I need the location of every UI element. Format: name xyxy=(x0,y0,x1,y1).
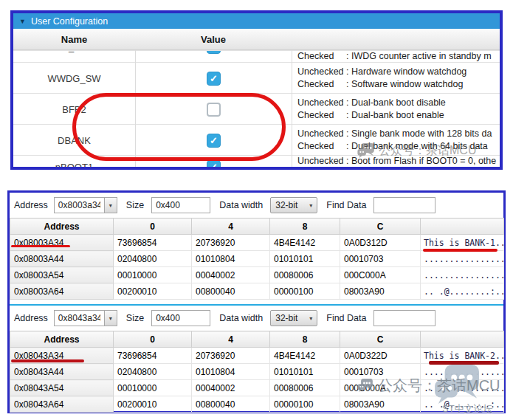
data-width-label: Data width xyxy=(219,200,263,210)
mem-cell: 02040800 xyxy=(114,364,192,380)
check-icon: ✓ xyxy=(210,135,218,146)
option-state: Checked xyxy=(297,109,346,122)
ascii-cell: .. .@........:.. xyxy=(421,283,504,300)
mem-cell: 000C000A xyxy=(340,380,421,396)
mem-cell: 00000100 xyxy=(270,396,340,413)
col-header-4: 4 xyxy=(192,218,270,235)
mem-cell: 01010101 xyxy=(270,251,340,267)
memory-row: 0x08003A64 00200010 00800040 00000100 08… xyxy=(10,283,504,300)
user-configuration-header[interactable]: ▼ User Configuration xyxy=(13,13,500,29)
collapse-icon[interactable]: ▼ xyxy=(19,18,26,25)
col-header-0: 0 xyxy=(114,331,192,348)
option-checkbox-iwdg-stdby[interactable]: ✓ xyxy=(207,51,221,54)
mem-cell: 00800040 xyxy=(192,283,270,300)
column-divider xyxy=(135,50,136,167)
mem-cell: 00200010 xyxy=(114,283,192,300)
col-header-c: C xyxy=(340,331,421,348)
dropdown-arrow-icon: ▾ xyxy=(109,315,112,322)
combo-dropdown-button[interactable]: ▾ xyxy=(104,197,117,213)
mem-cell: 00040002 xyxy=(192,380,270,396)
data-width-select[interactable]: 32-bit ▾ xyxy=(270,310,317,326)
col-header-ascii xyxy=(421,218,504,235)
find-data-label: Find Data xyxy=(326,313,366,323)
colon: : xyxy=(346,128,351,139)
mem-cell: 73696854 xyxy=(114,348,192,364)
config-table-header: Name Value xyxy=(13,29,500,50)
memory-table-header-row: Address 0 4 8 C xyxy=(10,331,504,348)
dropdown-arrow-icon: ▾ xyxy=(309,315,312,322)
mem-cell: 00010703 xyxy=(340,251,421,267)
option-checkbox-nboot1[interactable]: ✓ xyxy=(207,160,221,168)
ascii-cell: ................ xyxy=(421,380,504,396)
mem-cell: 00080006 xyxy=(270,267,340,283)
mem-cell: 02040800 xyxy=(114,251,192,267)
data-width-label: Data width xyxy=(219,313,263,323)
memory-row: 0x08043A34 73696854 20736920 4B4E4142 0A… xyxy=(10,348,504,364)
memory-viewer-panel: Address ▾ Size Data width 32-bit ▾ Find … xyxy=(7,190,506,413)
option-text: IWDG counter active in standby m xyxy=(351,51,492,61)
col-header-ascii xyxy=(421,331,504,348)
row-address: 0x08003A54 xyxy=(10,267,114,283)
user-configuration-panel: ▼ User Configuration Name Value IWDG_STD… xyxy=(10,10,503,170)
address-combo[interactable]: ▾ xyxy=(54,197,117,213)
colon: : xyxy=(346,66,351,77)
option-checkbox-bfb2[interactable]: ✓ xyxy=(207,103,221,117)
option-state: Unchecked xyxy=(297,66,346,78)
combo-dropdown-button[interactable]: ▾ xyxy=(104,310,117,326)
colon: : xyxy=(346,156,351,166)
row-address: 0x08003A34 xyxy=(10,235,114,251)
address-combo-input[interactable] xyxy=(54,197,104,213)
ascii-cell: ................ xyxy=(421,364,504,380)
size-input[interactable] xyxy=(151,197,210,213)
memory-table-bank1: Address 0 4 8 C 0x08003A34 73696854 2073… xyxy=(10,218,504,300)
option-text: Single bank mode with 128 bits da xyxy=(351,128,492,139)
data-width-value: 32-bit xyxy=(275,200,297,210)
find-data-label: Find Data xyxy=(326,200,366,210)
option-state: Unchecked xyxy=(297,128,346,140)
option-checkbox-wwdg-sw[interactable]: ✓ xyxy=(207,72,221,86)
config-row-iwdg-stdby: IWDG_STDBY ✓ Checked: IWDG counter activ… xyxy=(13,50,500,62)
find-data-input[interactable] xyxy=(373,197,435,213)
colon: : xyxy=(346,51,351,61)
memory-section-bank1: Address ▾ Size Data width 32-bit ▾ Find … xyxy=(10,193,503,300)
option-text: Hardware window watchdog xyxy=(351,66,466,77)
option-checkbox-dbank[interactable]: ✓ xyxy=(207,134,221,148)
address-combo[interactable]: ▾ xyxy=(54,310,117,326)
col-header-4: 4 xyxy=(192,331,270,348)
memory-row: 0x08043A54 00010000 00040002 00080006 00… xyxy=(10,380,504,396)
dropdown-arrow-icon: ▾ xyxy=(309,202,312,209)
check-icon: ✓ xyxy=(210,51,218,52)
address-combo-input[interactable] xyxy=(54,310,104,326)
config-row-nboot1: nBOOT1 ✓ Unchecked: Boot from Flash if B… xyxy=(13,155,500,167)
col-header-address: Address xyxy=(10,331,114,348)
mem-cell: 0A0D322D xyxy=(340,348,421,364)
mem-cell: 20736920 xyxy=(192,348,270,364)
find-data-input[interactable] xyxy=(373,310,435,326)
data-width-value: 32-bit xyxy=(275,313,297,323)
mem-cell: 01010804 xyxy=(192,251,270,267)
mem-cell: 01010101 xyxy=(270,364,340,380)
mem-cell: 00010703 xyxy=(340,364,421,380)
size-input[interactable] xyxy=(151,310,210,326)
memory-row: 0x08043A64 00200010 00800040 00000100 08… xyxy=(10,396,504,413)
mem-cell: 00000100 xyxy=(270,283,340,300)
mem-cell: 00040002 xyxy=(192,267,270,283)
data-width-select[interactable]: 32-bit ▾ xyxy=(270,197,317,213)
row-address: 0x08043A34 xyxy=(10,348,114,364)
memory-row: 0x08003A34 73696854 20736920 4B4E4142 0A… xyxy=(10,235,504,251)
dropdown-arrow-icon: ▾ xyxy=(109,202,112,209)
column-header-value: Value xyxy=(135,29,292,49)
mem-cell: 0A0D312D xyxy=(340,235,421,251)
memory-row: 0x08043A44 02040800 01010804 01010101 00… xyxy=(10,364,504,380)
column-divider xyxy=(292,50,292,167)
mem-cell: 08003A90 xyxy=(340,283,421,300)
colon: : xyxy=(346,79,351,89)
column-header-description xyxy=(292,29,500,49)
address-label: Address xyxy=(14,313,48,323)
memory-section-bank2: Address ▾ Size Data width 32-bit ▾ Find … xyxy=(10,306,503,413)
colon: : xyxy=(346,97,351,108)
option-state: Checked xyxy=(297,140,346,153)
config-row-dbank: DBANK ✓ Unchecked: Single bank mode with… xyxy=(13,124,500,155)
option-description: Unchecked: Boot from Flash if BOOT0 = 0,… xyxy=(292,156,500,167)
option-description: Unchecked: Hardware window watchdog Chec… xyxy=(292,63,500,93)
